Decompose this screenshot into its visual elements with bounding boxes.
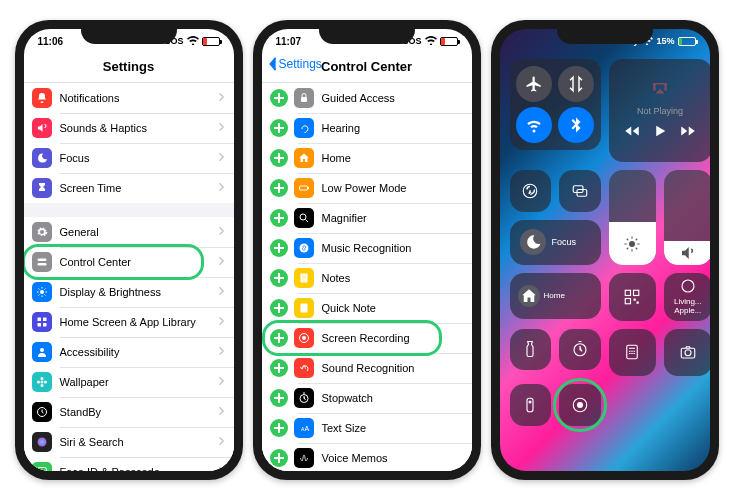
row-label: StandBy (60, 406, 218, 419)
chevron-right-icon (218, 316, 224, 328)
settings-row-faceid[interactable]: Face ID & Passcode (24, 457, 234, 471)
chevron-right-icon (218, 286, 224, 298)
person-icon (32, 342, 52, 362)
faceid-icon (32, 462, 52, 471)
include-row-record[interactable]: Screen Recording (262, 323, 472, 353)
focus-button[interactable]: Focus (510, 220, 601, 266)
screen-mirroring-button[interactable] (559, 170, 601, 212)
add-button[interactable] (270, 299, 288, 317)
settings-row-person[interactable]: Accessibility (24, 337, 234, 367)
cellular-toggle[interactable] (558, 66, 594, 102)
media-tile[interactable]: Not Playing (609, 59, 710, 162)
flower-icon (32, 372, 52, 392)
timer-button[interactable] (559, 329, 601, 371)
settings-row-speaker[interactable]: Sounds & Haptics (24, 113, 234, 143)
settings-row-moon[interactable]: Focus (24, 143, 234, 173)
include-row-soundrec[interactable]: Sound Recognition (262, 353, 472, 383)
include-row-ear[interactable]: Hearing (262, 113, 472, 143)
row-label: Notifications (60, 92, 218, 105)
includes-list[interactable]: Guided AccessHearingHomeLow Power ModeMa… (262, 83, 472, 471)
ear-icon (294, 118, 314, 138)
add-button[interactable] (270, 89, 288, 107)
add-button[interactable] (270, 179, 288, 197)
add-button[interactable] (270, 209, 288, 227)
qnote-icon (294, 298, 314, 318)
row-label: Accessibility (60, 346, 218, 359)
add-button[interactable] (270, 119, 288, 137)
orientation-lock-button[interactable] (510, 170, 552, 212)
brightness-slider[interactable] (609, 170, 657, 265)
wifi-toggle[interactable] (516, 107, 552, 143)
prev-button[interactable] (623, 122, 641, 142)
add-button[interactable] (270, 149, 288, 167)
settings-row-sun[interactable]: Display & Brightness (24, 277, 234, 307)
settings-row-siri[interactable]: Siri & Search (24, 427, 234, 457)
play-button[interactable] (651, 122, 669, 142)
volume-slider[interactable] (664, 170, 710, 265)
include-row-lock[interactable]: Guided Access (262, 83, 472, 113)
settings-row-flower[interactable]: Wallpaper (24, 367, 234, 397)
add-button[interactable] (270, 269, 288, 287)
row-label: Text Size (322, 422, 462, 435)
moon-icon (520, 229, 546, 255)
airplay-icon (651, 80, 669, 100)
add-button[interactable] (270, 419, 288, 437)
home-icon (518, 285, 540, 307)
bell-icon (32, 88, 52, 108)
toggles-icon (32, 252, 52, 272)
svg-point-7 (40, 348, 44, 352)
calculator-button[interactable] (609, 329, 657, 377)
settings-list[interactable]: NotificationsSounds & HapticsFocusScreen… (24, 83, 234, 471)
row-label: Music Recognition (322, 242, 462, 255)
include-row-textsize[interactable]: AAText Size (262, 413, 472, 443)
camera-button[interactable] (664, 329, 710, 377)
include-row-notes[interactable]: Notes (262, 263, 472, 293)
settings-row-grid[interactable]: Home Screen & App Library (24, 307, 234, 337)
chevron-right-icon (218, 92, 224, 104)
bluetooth-toggle[interactable] (558, 107, 594, 143)
add-button[interactable] (270, 359, 288, 377)
settings-row-gear[interactable]: General (24, 217, 234, 247)
chevron-right-icon (218, 256, 224, 268)
settings-row-clock[interactable]: StandBy (24, 397, 234, 427)
include-row-battery[interactable]: Low Power Mode (262, 173, 472, 203)
add-button[interactable] (270, 329, 288, 347)
include-row-home[interactable]: Home (262, 143, 472, 173)
nav-bar: Settings (24, 53, 234, 83)
row-label: Guided Access (322, 92, 462, 105)
add-button[interactable] (270, 239, 288, 257)
row-label: Screen Recording (322, 332, 462, 345)
page-title: Control Center (321, 59, 412, 74)
include-row-stopwatch[interactable]: Stopwatch (262, 383, 472, 413)
next-button[interactable] (679, 122, 697, 142)
flashlight-button[interactable] (510, 329, 552, 371)
chevron-right-icon (218, 406, 224, 418)
settings-row-toggles[interactable]: Control Center (24, 247, 234, 277)
home-button[interactable]: Home (510, 273, 601, 319)
svg-text:A: A (304, 425, 309, 432)
row-label: Low Power Mode (322, 182, 462, 195)
qr-button[interactable] (609, 273, 657, 321)
include-row-magnify[interactable]: Magnifier (262, 203, 472, 233)
scene-button[interactable]: Living... Apple... (664, 273, 710, 321)
svg-point-27 (302, 336, 306, 340)
settings-row-hourglass[interactable]: Screen Time (24, 173, 234, 203)
connectivity-tile[interactable] (510, 59, 601, 150)
include-row-shazam[interactable]: Music Recognition (262, 233, 472, 263)
screen-record-button[interactable] (559, 384, 601, 426)
home-icon (294, 148, 314, 168)
airplane-toggle[interactable] (516, 66, 552, 102)
voicememo-icon (294, 448, 314, 468)
include-row-voicememo[interactable]: Voice Memos (262, 443, 472, 471)
settings-row-bell[interactable]: Notifications (24, 83, 234, 113)
row-label: Face ID & Passcode (60, 466, 218, 471)
add-button[interactable] (270, 389, 288, 407)
include-row-qnote[interactable]: Quick Note (262, 293, 472, 323)
svg-point-16 (40, 471, 41, 472)
add-button[interactable] (270, 449, 288, 467)
remote-button[interactable] (510, 384, 552, 426)
svg-rect-1 (37, 263, 46, 266)
svg-rect-45 (527, 398, 533, 412)
grid-icon (32, 312, 52, 332)
back-button[interactable]: Settings (268, 57, 322, 71)
